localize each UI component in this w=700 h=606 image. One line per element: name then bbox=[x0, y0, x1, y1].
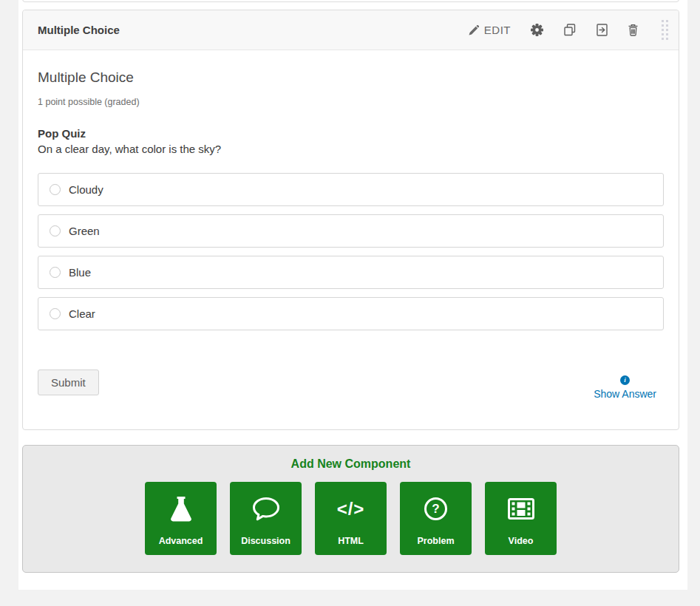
duplicate-icon bbox=[563, 24, 577, 36]
add-discussion-button[interactable]: Discussion bbox=[230, 482, 302, 555]
add-button-label: HTML bbox=[338, 536, 364, 546]
add-button-label: Discussion bbox=[241, 536, 290, 546]
add-new-component-panel: Add New Component Advanced Discussion </… bbox=[22, 445, 679, 573]
multiple-choice-component-card: Multiple Choice EDIT bbox=[22, 10, 679, 430]
edit-button[interactable]: EDIT bbox=[469, 24, 511, 36]
options-list: Cloudy Green Blue Clear bbox=[38, 173, 664, 330]
show-answer-block: i Show Answer bbox=[594, 375, 656, 400]
component-header: Multiple Choice EDIT bbox=[23, 10, 679, 50]
code-icon: </> bbox=[337, 482, 365, 536]
problem-actions-row: Submit i Show Answer bbox=[38, 370, 664, 400]
radio-button[interactable] bbox=[50, 267, 61, 278]
add-problem-button[interactable]: ? Problem bbox=[400, 482, 472, 555]
radio-button[interactable] bbox=[50, 184, 61, 195]
option-label: Cloudy bbox=[69, 183, 103, 196]
option-label: Green bbox=[69, 225, 100, 237]
delete-button[interactable] bbox=[628, 24, 639, 36]
add-button-label: Video bbox=[509, 536, 534, 546]
add-component-title: Add New Component bbox=[23, 457, 679, 471]
add-button-label: Advanced bbox=[159, 536, 203, 546]
move-icon bbox=[597, 24, 608, 36]
radio-button[interactable] bbox=[50, 225, 61, 236]
problem-heading: Multiple Choice bbox=[38, 69, 664, 86]
problem-points-text: 1 point possible (graded) bbox=[38, 97, 664, 107]
problem-question: On a clear day, what color is the sky? bbox=[38, 143, 664, 155]
option-row[interactable]: Green bbox=[38, 214, 664, 248]
add-video-button[interactable]: Video bbox=[485, 482, 557, 555]
option-row[interactable]: Blue bbox=[38, 256, 664, 289]
option-row[interactable]: Cloudy bbox=[38, 173, 664, 206]
problem-body: Multiple Choice 1 point possible (graded… bbox=[23, 69, 679, 400]
add-advanced-button[interactable]: Advanced bbox=[145, 482, 217, 555]
add-html-button[interactable]: </> HTML bbox=[315, 482, 387, 555]
add-component-buttons: Advanced Discussion </> HTML ? Problem bbox=[23, 482, 679, 555]
pencil-icon bbox=[469, 25, 479, 35]
option-row[interactable]: Clear bbox=[38, 297, 664, 330]
component-actions: EDIT bbox=[469, 20, 668, 40]
submit-button[interactable]: Submit bbox=[38, 370, 99, 395]
duplicate-button[interactable] bbox=[563, 24, 577, 36]
problem-quiz-label: Pop Quiz bbox=[38, 127, 664, 140]
show-answer-link[interactable]: Show Answer bbox=[594, 388, 656, 400]
gear-icon bbox=[531, 24, 543, 36]
component-title: Multiple Choice bbox=[38, 24, 120, 36]
film-icon bbox=[507, 482, 535, 536]
edit-button-label: EDIT bbox=[484, 24, 511, 36]
previous-component-edge bbox=[22, 0, 679, 2]
option-label: Blue bbox=[69, 266, 91, 279]
move-button[interactable] bbox=[597, 24, 608, 36]
flask-icon bbox=[170, 482, 192, 536]
option-label: Clear bbox=[69, 307, 95, 320]
speech-bubble-icon bbox=[252, 482, 280, 536]
add-button-label: Problem bbox=[417, 536, 454, 546]
radio-button[interactable] bbox=[50, 308, 61, 319]
trash-icon bbox=[628, 24, 639, 36]
info-icon: i bbox=[620, 375, 630, 385]
drag-handle-icon[interactable] bbox=[662, 20, 668, 40]
question-circle-icon: ? bbox=[424, 482, 447, 536]
settings-button[interactable] bbox=[531, 24, 543, 36]
